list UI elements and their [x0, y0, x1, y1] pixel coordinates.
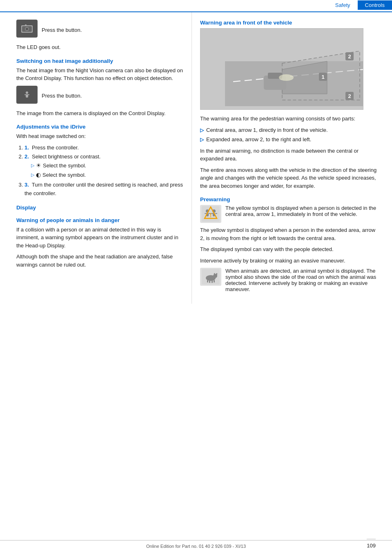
- prewarning-text-4: Intervene actively by braking or making …: [200, 257, 380, 265]
- svg-rect-8: [24, 94, 26, 95]
- camera-text: The image from the camera is displayed o…: [16, 109, 183, 118]
- main-content: Press the button. The LED goes out. Swit…: [0, 12, 392, 304]
- animal-icon-text: When animals are detected, an animal sym…: [225, 268, 380, 292]
- led-goes-out-text: The LED goes out.: [16, 43, 183, 51]
- svg-text:2: 2: [348, 93, 351, 99]
- camera-svg-icon: [20, 23, 33, 34]
- svg-point-6: [26, 91, 28, 94]
- heat-icon-svg: [20, 89, 33, 101]
- prewarning-text-3: The displayed symbol can vary with the p…: [200, 245, 380, 254]
- prewarning-person-icon: !: [200, 205, 221, 223]
- right-column: Warning area in front of the vehicle: [192, 12, 392, 304]
- tab-safety[interactable]: Safety: [328, 0, 358, 10]
- footer: Online Edition for Part no. 01 40 2 926 …: [0, 540, 392, 549]
- sub-step-1: ▷ ☀ Select the symbol.: [31, 161, 183, 170]
- animal-warning-text: In the animal warning, no distinction is…: [200, 147, 380, 163]
- warning-bullets: ▷ Central area, arrow 1, directly in fro…: [200, 126, 380, 144]
- prewarning-animal-icon: [200, 268, 221, 286]
- bullet-2: ▷ Expanded area, arrow 2, to the right a…: [200, 136, 380, 144]
- svg-text:1: 1: [321, 74, 324, 80]
- press-button-2-row: Press the button.: [16, 86, 183, 106]
- tab-controls[interactable]: Controls: [358, 0, 392, 10]
- step-3: 3. Turn the controller until the desired…: [24, 181, 183, 198]
- animal-svg: [202, 269, 220, 285]
- svg-rect-4: [25, 24, 27, 26]
- prewarning-text-1: The yellow symbol is displayed when a pe…: [225, 205, 380, 217]
- section-warning-area-title: Warning area in front of the vehicle: [200, 20, 380, 26]
- bullet-1: ▷ Central area, arrow 1, directly in fro…: [200, 126, 380, 134]
- prewarning-svg: !: [202, 206, 220, 222]
- section-warning-title: Warning of people or animals in danger: [16, 217, 183, 223]
- section-adjustments-title: Adjustments via the iDrive: [16, 124, 183, 130]
- warning-text-1: If a collision with a person or an anima…: [16, 226, 183, 250]
- press-button-1-label: Press the button.: [42, 27, 82, 33]
- button-icon-1: [16, 20, 38, 38]
- page-header: Safety Controls: [0, 0, 392, 12]
- section-prewarning-title: Prewarning: [200, 196, 380, 202]
- section-display-title: Display: [16, 205, 183, 211]
- left-column: Press the button. The LED goes out. Swit…: [0, 12, 192, 304]
- adjustments-intro: With heat image switched on:: [16, 132, 183, 140]
- svg-rect-41: [214, 280, 215, 282]
- entire-area-text: The entire area moves along with the veh…: [200, 166, 380, 190]
- prewarning-text-2: The yellow symbol is displayed when a pe…: [200, 226, 380, 242]
- footer-text: Online Edition for Part no. 01 40 2 926 …: [146, 544, 246, 549]
- svg-rect-27: [205, 213, 207, 214]
- press-button-2-label: Press the button.: [42, 93, 82, 99]
- warning-area-text: The warning area for the pedestrian warn…: [200, 115, 380, 123]
- header-tabs: Safety Controls: [328, 0, 392, 10]
- section-switching-title: Switching on heat image additionally: [16, 58, 183, 64]
- switching-text: The heat image from the Night Vision cam…: [16, 67, 183, 82]
- step-1: 1. Press the controller.: [24, 144, 183, 152]
- sub-step-2: ▷ ◐ Select the symbol.: [31, 171, 183, 179]
- prewarning-row-1: ! The yellow symbol is displayed when a …: [200, 205, 380, 223]
- adjustments-list: 1. Press the controller. 2. Select brigh…: [24, 144, 183, 198]
- svg-point-3: [26, 28, 28, 30]
- prewarning-row-animal: When animals are detected, an animal sym…: [200, 268, 380, 292]
- warning-area-svg: 1 2 2: [200, 29, 363, 110]
- svg-rect-38: [207, 280, 208, 282]
- svg-rect-39: [209, 280, 210, 283]
- svg-rect-9: [28, 94, 29, 95]
- button-icon-2: [16, 86, 38, 104]
- step-2: 2. Select brightness or contrast. ▷ ☀ Se…: [24, 153, 183, 179]
- svg-text:2: 2: [348, 53, 351, 60]
- svg-rect-40: [212, 280, 213, 283]
- sub-steps: ▷ ☀ Select the symbol. ▷ ◐ Select the sy…: [31, 161, 183, 179]
- press-button-1-row: Press the button.: [16, 20, 183, 40]
- page-number: 109: [367, 539, 376, 549]
- svg-point-17: [279, 74, 294, 81]
- svg-rect-32: [215, 213, 217, 214]
- svg-text:!: !: [210, 212, 212, 218]
- warning-area-diagram: 1 2 2: [200, 28, 363, 110]
- warning-text-2: Although both the shape and the heat rad…: [16, 253, 183, 269]
